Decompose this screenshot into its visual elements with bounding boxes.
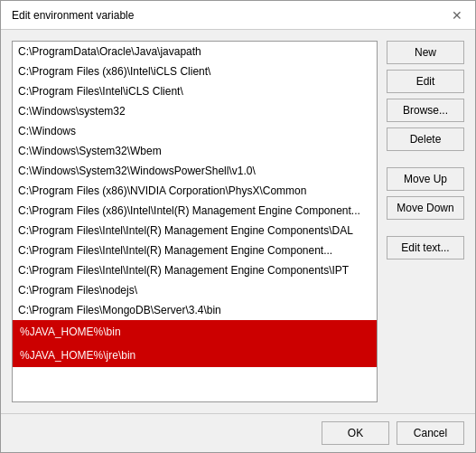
list-item[interactable]: C:\Program Files\nodejs\ — [13, 280, 377, 300]
delete-button[interactable]: Delete — [387, 127, 464, 151]
list-item[interactable]: C:\Program Files\MongoDB\Server\3.4\bin — [13, 300, 377, 320]
list-item[interactable]: C:\Program Files\Intel\Intel(R) Manageme… — [13, 221, 377, 241]
list-item[interactable]: C:\Program Files\Intel\Intel(R) Manageme… — [13, 241, 377, 260]
cancel-button[interactable]: Cancel — [397, 421, 464, 445]
new-button[interactable]: New — [387, 41, 464, 64]
list-item[interactable]: C:\Program Files (x86)\NVIDIA Corporatio… — [13, 181, 377, 201]
edit-env-variable-dialog: Edit environment variable ✕ C:\ProgramDa… — [0, 0, 476, 453]
dialog-title: Edit environment variable — [12, 9, 134, 22]
list-item[interactable]: C:\Program Files (x86)\Intel\iCLS Client… — [13, 61, 377, 81]
button-panel: New Edit Browse... Delete Move Up Move D… — [387, 41, 464, 402]
list-item[interactable]: %JAVA_HOME%\jre\bin — [13, 344, 377, 367]
edit-text-button[interactable]: Edit text... — [387, 236, 464, 260]
dialog-footer: OK Cancel — [1, 413, 475, 452]
title-bar: Edit environment variable ✕ — [1, 1, 475, 30]
list-item[interactable]: C:\ProgramData\Oracle\Java\javapath — [13, 42, 377, 61]
edit-button[interactable]: Edit — [387, 70, 464, 93]
list-item[interactable]: %JAVA_HOME%\bin — [13, 320, 377, 344]
move-down-button[interactable]: Move Down — [387, 196, 464, 220]
ok-button[interactable]: OK — [322, 421, 389, 445]
list-item[interactable]: C:\Program Files\Intel\iCLS Client\ — [13, 81, 377, 101]
move-up-button[interactable]: Move Up — [387, 167, 464, 191]
list-item[interactable]: C:\Windows\System32\Wbem — [13, 141, 377, 161]
list-item[interactable]: C:\Program Files (x86)\Intel\Intel(R) Ma… — [13, 201, 377, 221]
list-item[interactable]: C:\Windows\System32\WindowsPowerShell\v1… — [13, 161, 377, 181]
dialog-content: C:\ProgramData\Oracle\Java\javapathC:\Pr… — [1, 30, 475, 413]
env-variable-list[interactable]: C:\ProgramData\Oracle\Java\javapathC:\Pr… — [12, 41, 378, 402]
list-item[interactable]: C:\Program Files\Intel\Intel(R) Manageme… — [13, 260, 377, 280]
list-item[interactable]: C:\Windows — [13, 121, 377, 141]
list-item[interactable]: C:\Windows\system32 — [13, 101, 377, 121]
close-button[interactable]: ✕ — [450, 8, 464, 23]
browse-button[interactable]: Browse... — [387, 99, 464, 122]
